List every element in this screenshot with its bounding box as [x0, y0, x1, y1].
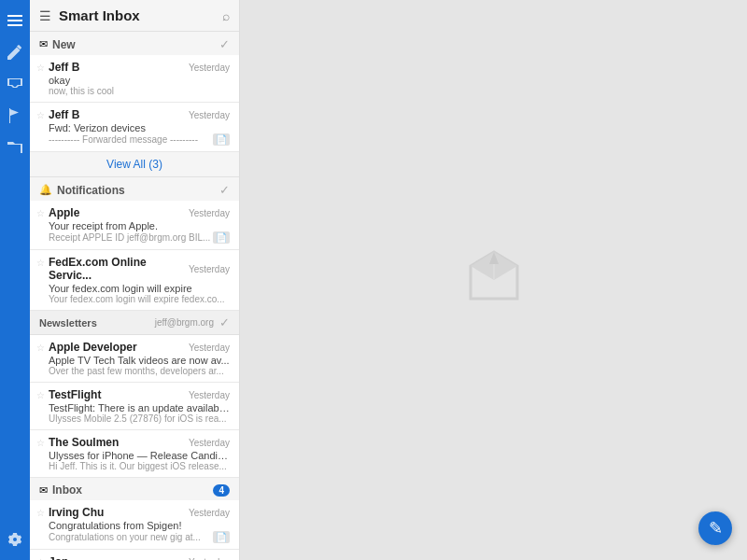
inbox-section-icon: ✉ — [39, 484, 48, 497]
preview: Over the past few months, developers ar.… — [49, 366, 230, 376]
attachment-icon: 📄 — [213, 133, 230, 146]
timestamp: Yesterday — [189, 438, 230, 448]
nav-menu-icon[interactable] — [2, 7, 28, 34]
preview: Hi Jeff. This is it. Our biggest iOS rel… — [49, 461, 230, 471]
compose-fab-button[interactable]: ✎ — [698, 511, 732, 545]
email-row1: Apple Developer Yesterday — [49, 341, 230, 354]
timestamp: Yesterday — [189, 390, 230, 400]
sender-name: The Soulmen — [49, 436, 119, 449]
newsletters-section-header: Newsletters jeff@brgm.org ✓ — [30, 311, 239, 335]
sender-name: FedEx.com Online Servic... — [49, 256, 189, 282]
inbox-title: Inbox — [52, 483, 209, 497]
subject: Apple TV Tech Talk videos are now av... — [49, 355, 230, 366]
svg-rect-1 — [7, 20, 22, 21]
subject: Your receipt from Apple. — [49, 220, 230, 231]
email-item[interactable]: ☆ Jeff B Yesterday okay now, this is coo… — [30, 55, 239, 103]
email-item[interactable]: ☆ The Soulmen Yesterday Ulysses for iPho… — [30, 430, 239, 478]
new-section-title: New — [52, 38, 219, 51]
sender-name: TestFlight — [49, 388, 101, 401]
email-item[interactable]: ☆ Apple Developer Yesterday Apple TV Tec… — [30, 335, 239, 383]
star-icon[interactable]: ☆ — [36, 258, 45, 268]
sender-name: Irving Chu — [49, 506, 104, 519]
nav-flag-icon[interactable] — [2, 103, 28, 129]
panel-menu-icon[interactable]: ☰ — [39, 8, 51, 23]
timestamp: Yesterday — [189, 264, 230, 274]
email-item[interactable]: ☆ Irving Chu Yesterday Congratulations f… — [30, 500, 239, 550]
subject: Fwd: Verizon devices — [49, 122, 230, 133]
email-row1: Jeff B Yesterday — [49, 61, 230, 74]
main-content: ✎ — [240, 0, 747, 560]
svg-rect-0 — [7, 15, 22, 17]
notifications-check[interactable]: ✓ — [219, 183, 230, 197]
star-icon[interactable]: ☆ — [36, 438, 45, 448]
nav-compose-icon[interactable] — [2, 39, 28, 65]
sender-name: Apple Developer — [49, 341, 137, 354]
sender-name: Jon — [49, 555, 68, 560]
preview: ---------- Forwarded message --------- 📄 — [49, 133, 230, 146]
nav-inbox-icon[interactable] — [2, 71, 28, 97]
preview: Receipt APPLE ID jeff@brgm.org BIL... 📄 — [49, 231, 230, 244]
newsletters-title: Newsletters — [39, 317, 155, 329]
email-row1: Jon Yesterday — [49, 555, 230, 560]
email-row1: Jeff B Yesterday — [49, 108, 230, 121]
new-section-icon: ✉ — [39, 38, 48, 50]
panel-header: ☰ Smart Inbox ⌕ — [30, 0, 239, 32]
star-icon[interactable]: ☆ — [36, 110, 45, 120]
attachment-icon: 📄 — [213, 531, 230, 543]
newsletters-sub: jeff@brgm.org — [155, 317, 214, 328]
email-row1: The Soulmen Yesterday — [49, 436, 230, 449]
email-row1: Irving Chu Yesterday — [49, 506, 230, 519]
sender-name: Jeff B — [49, 108, 79, 121]
nav-settings-icon[interactable] — [2, 526, 28, 553]
notifications-title: Notifications — [57, 184, 219, 197]
nav-folder-icon[interactable] — [2, 134, 28, 161]
email-item[interactable]: ☆ Jon Yesterday HyperDock Jeff. Thank yo… — [30, 550, 239, 560]
email-row1: FedEx.com Online Servic... Yesterday — [49, 256, 230, 282]
email-item[interactable]: ☆ FedEx.com Online Servic... Yesterday Y… — [30, 250, 239, 311]
notifications-icon: 🔔 — [39, 184, 52, 196]
timestamp: Yesterday — [189, 508, 230, 518]
subject: Congratulations from Spigen! — [49, 520, 230, 531]
email-row1: Apple Yesterday — [49, 206, 230, 219]
svg-rect-2 — [7, 24, 22, 26]
empty-state-icon — [466, 247, 522, 313]
panel-search-icon[interactable]: ⌕ — [222, 8, 230, 23]
star-icon[interactable]: ☆ — [36, 508, 45, 518]
email-row1: TestFlight Yesterday — [49, 388, 230, 401]
sender-name: Jeff B — [49, 61, 79, 74]
attachment-icon: 📄 — [213, 231, 230, 244]
timestamp: Yesterday — [189, 343, 230, 353]
subject: Your fedex.com login will expire — [49, 283, 230, 294]
star-icon[interactable]: ☆ — [36, 208, 45, 218]
new-section-header: ✉ New ✓ — [30, 32, 239, 55]
preview: now, this is cool — [49, 86, 230, 96]
subject: TestFlight: There is an update availabl.… — [49, 402, 230, 413]
preview: Ulysses Mobile 2.5 (27876) for iOS is re… — [49, 413, 230, 424]
email-item[interactable]: ☆ Apple Yesterday Your receipt from Appl… — [30, 201, 239, 250]
star-icon[interactable]: ☆ — [36, 343, 45, 353]
timestamp: Yesterday — [189, 208, 230, 218]
email-item[interactable]: ☆ TestFlight Yesterday TestFlight: There… — [30, 383, 239, 430]
star-icon[interactable]: ☆ — [36, 390, 45, 400]
notifications-section-header: 🔔 Notifications ✓ — [30, 177, 239, 201]
view-all-button[interactable]: View All (3) — [30, 152, 239, 177]
new-section-check[interactable]: ✓ — [219, 37, 230, 51]
newsletters-check[interactable]: ✓ — [219, 315, 230, 329]
email-item[interactable]: ☆ Jeff B Yesterday Fwd: Verizon devices … — [30, 103, 239, 152]
empty-state — [466, 247, 522, 313]
inbox-section-header: ✉ Inbox 4 — [30, 478, 239, 500]
timestamp: Yesterday — [189, 557, 230, 561]
sidebar-nav — [0, 0, 30, 560]
preview: Your fedex.com login will expire fedex.c… — [49, 294, 230, 304]
email-list-panel: ☰ Smart Inbox ⌕ ✉ New ✓ ☆ Jeff B Yesterd… — [30, 0, 240, 560]
subject: Ulysses for iPhone — Release Candid... — [49, 450, 230, 461]
panel-title: Smart Inbox — [59, 7, 222, 23]
inbox-count-badge: 4 — [213, 484, 230, 497]
timestamp: Yesterday — [189, 63, 230, 73]
star-icon[interactable]: ☆ — [36, 63, 45, 73]
timestamp: Yesterday — [189, 110, 230, 120]
subject: okay — [49, 75, 230, 86]
sender-name: Apple — [49, 206, 79, 219]
preview: Congratulations on your new gig at... 📄 — [49, 531, 230, 543]
